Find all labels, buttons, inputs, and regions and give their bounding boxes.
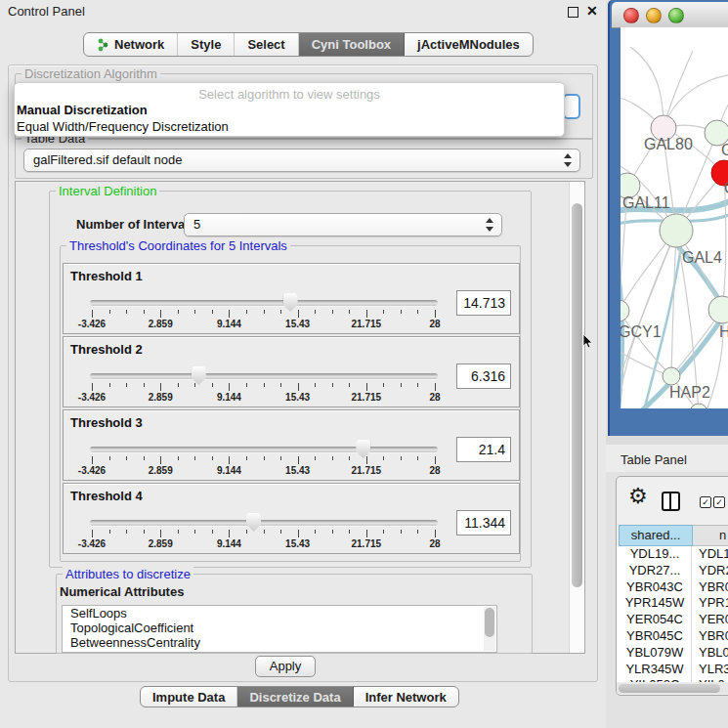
table-row[interactable]: YIL052CYIL0	[617, 677, 728, 682]
table-row[interactable]: YPR145WYPR1	[617, 595, 728, 612]
number-of-intervals-value: 5	[193, 217, 200, 232]
tab-style[interactable]: Style	[178, 33, 235, 56]
float-window-icon[interactable]	[568, 7, 578, 18]
table-panel-titlebar: Table Panel	[606, 445, 728, 472]
tab-jactivemnodules[interactable]: jActiveMNodules	[405, 33, 533, 56]
node-label: H	[719, 323, 728, 340]
attribute-item[interactable]: SelfLoops	[63, 606, 496, 621]
zoom-traffic-light[interactable]	[668, 8, 684, 23]
table-data-combobox[interactable]: galFiltered.sif default node	[23, 149, 580, 172]
attributes-group: Attributes to discretize Numerical Attri…	[56, 574, 533, 654]
scrollbar-thumb[interactable]	[572, 203, 582, 587]
columns-icon[interactable]	[662, 492, 680, 511]
minimize-traffic-light[interactable]	[646, 8, 662, 23]
horizontal-scrollbar[interactable]	[617, 683, 728, 694]
slider-ticks	[92, 456, 435, 464]
tab-cyni-toolbox[interactable]: Cyni Toolbox	[299, 33, 405, 56]
tab-label: Network	[114, 37, 164, 52]
stepper-arrows-icon	[563, 153, 572, 167]
node-hap2	[663, 367, 680, 385]
number-of-intervals-label: Number of Intervals	[76, 217, 195, 232]
node-gcy1	[621, 300, 629, 321]
tab-network[interactable]: Network	[84, 33, 178, 56]
node-label: G	[721, 142, 728, 158]
threshold-panel: Threshold 4 -3.4262.8599.14415.4321.7152…	[63, 483, 520, 554]
scrollbar-thumb[interactable]	[619, 684, 720, 693]
table-row[interactable]: YBL079WYBL0	[617, 645, 728, 662]
slider-ticks	[92, 530, 435, 537]
list-scrollbar[interactable]	[484, 607, 495, 651]
slider-ticks	[92, 310, 435, 318]
algorithm-group-label: Discretization Algorithm	[21, 66, 160, 81]
threshold-value-field[interactable]: 14.713	[456, 290, 511, 316]
table-row[interactable]: YDL19...YDL1	[617, 546, 728, 563]
threshold-value-field[interactable]: 6.316	[456, 364, 511, 389]
algorithm-combobox-edge[interactable]	[563, 94, 580, 119]
attribute-item[interactable]: BetweennessCentrality	[63, 635, 496, 650]
tab-infer-network[interactable]: Infer Network	[354, 687, 458, 707]
bottom-tabbar: Impute Data Discretize Data Infer Networ…	[140, 686, 459, 707]
number-of-intervals-combobox[interactable]: 5	[184, 213, 502, 236]
threshold-value: 14.713	[463, 295, 505, 311]
control-panel: Control Panel ✕ Network Style Select Cyn…	[0, 0, 606, 728]
table-row[interactable]: YBR045CYBR0	[617, 628, 728, 645]
dropdown-option-manual[interactable]: Manual Discretization	[17, 103, 148, 117]
mouse-cursor	[582, 334, 594, 350]
slider-track[interactable]	[90, 300, 438, 306]
slider-tick-labels: -3.4262.8599.14415.4321.71528	[92, 392, 435, 404]
thresholds-group-label: Threshold's Coordinates for 5 Intervals	[66, 238, 290, 253]
threshold-value: 11.344	[464, 515, 505, 531]
algorithm-dropdown-popup: Select algorithm to view settings Manual…	[14, 82, 565, 137]
checkbox-icon[interactable]: ✓	[713, 496, 725, 508]
close-icon[interactable]: ✕	[586, 3, 598, 19]
tab-label: Style	[191, 37, 221, 52]
threshold-panel: Threshold 3 -3.4262.8599.14415.4321.7152…	[63, 409, 520, 481]
column-header-shared[interactable]: shared...	[619, 525, 693, 546]
threshold-value-field[interactable]: 11.344	[456, 510, 511, 535]
table-data-value: galFiltered.sif default node	[33, 152, 182, 167]
checkbox-icon[interactable]: ✓	[700, 496, 711, 508]
column-header-name[interactable]: n	[693, 525, 728, 546]
dropdown-option-equal-width[interactable]: Equal Width/Frequency Discretization	[17, 119, 229, 134]
node-label: HAP2	[669, 384, 710, 401]
slider-track[interactable]	[90, 447, 438, 452]
numerical-attributes-list: SelfLoopsTopologicalCoefficientBetweenne…	[62, 605, 497, 653]
slider-tick-labels: -3.4262.8599.14415.4321.71528	[92, 319, 435, 330]
attributes-group-label: Attributes to discretize	[63, 567, 193, 581]
table-row[interactable]: YLR345WYLR3	[617, 662, 728, 678]
screen: Control Panel ✕ Network Style Select Cyn…	[0, 0, 728, 728]
tab-discretize-data[interactable]: Discretize Data	[237, 687, 353, 707]
node-label: GAL4	[682, 249, 722, 266]
node-h	[708, 296, 728, 323]
table-data-group: Table Data galFiltered.sif default node	[15, 138, 593, 179]
slider-track[interactable]	[90, 373, 438, 379]
threshold-panel: Threshold 2 -3.4262.8599.14415.4321.7152…	[63, 336, 520, 407]
tab-label: jActiveMNodules	[417, 37, 520, 52]
apply-button[interactable]: Apply	[255, 656, 316, 677]
network-window-titlebar[interactable]	[612, 2, 728, 28]
node-label: GCY1	[621, 323, 662, 340]
table-rows: YDL19...YDL1YDR27...YDR2YBR043CYBR0YPR14…	[617, 546, 728, 682]
numerical-attributes-label: Numerical Attributes	[60, 584, 184, 599]
tab-impute-data[interactable]: Impute Data	[141, 687, 237, 707]
table-row[interactable]: YBR043CYBR0	[617, 579, 728, 596]
tab-select[interactable]: Select	[235, 33, 298, 56]
table-panel: ⚙ ✓ ✓ shared... n YDL19...YDL1YDR27...YD…	[616, 476, 728, 696]
network-canvas[interactable]: GAL80 G C GAL11 GAL4 GCY1 H HAP2	[621, 27, 728, 408]
table-row[interactable]: YDR27...YDR2	[617, 563, 728, 579]
node-gal4	[660, 214, 693, 247]
table-row[interactable]: YER054CYER0	[617, 612, 728, 628]
slider-track[interactable]	[90, 520, 438, 526]
close-traffic-light[interactable]	[623, 8, 639, 23]
slider-ticks	[92, 383, 435, 391]
vertical-scrollbar[interactable]	[569, 182, 584, 653]
threshold-panel: Threshold 1 -3.4262.8599.14415.4321.7152…	[63, 263, 520, 334]
settings-scrollpane: Interval Definition Number of Intervals …	[15, 181, 585, 654]
threshold-value-field[interactable]: 21.4	[456, 437, 511, 462]
attribute-item[interactable]: TopologicalCoefficient	[63, 621, 496, 635]
stepper-arrows-icon	[485, 218, 493, 232]
gear-icon[interactable]: ⚙	[628, 484, 648, 509]
threshold-value: 6.316	[471, 368, 505, 384]
slider-tick-labels: -3.4262.8599.14415.4321.71528	[92, 465, 435, 477]
node-label: C	[724, 180, 728, 196]
